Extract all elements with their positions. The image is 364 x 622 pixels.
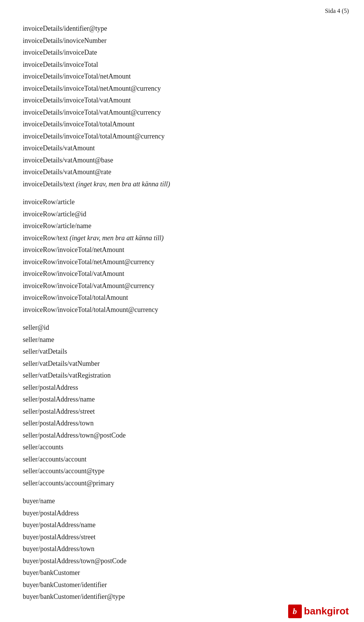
list-item: invoiceRow/invoiceTotal/vatAmount xyxy=(23,268,341,280)
list-item: invoiceRow/article/name xyxy=(23,220,341,232)
list-item: invoiceDetails/invoiceTotal/totalAmount xyxy=(23,118,341,131)
list-item: buyer/postalAddress/town xyxy=(23,543,341,555)
list-item: seller/postalAddress xyxy=(23,382,341,394)
page-number: Sida 4 (5) xyxy=(325,8,349,14)
list-item: seller/vatDetails xyxy=(23,346,341,358)
list-item: invoiceDetails/vatAmount@rate xyxy=(23,166,341,178)
list-item: buyer/postalAddress/town@postCode xyxy=(23,555,341,567)
list-item: seller/postalAddress/name xyxy=(23,394,341,406)
list-item: seller/vatDetails/vatNumber xyxy=(23,358,341,370)
list-item: seller/postalAddress/street xyxy=(23,406,341,418)
list-item: invoiceRow/invoiceTotal/totalAmount xyxy=(23,292,341,304)
list-item: seller/accounts/account@type xyxy=(23,465,341,477)
list-item: buyer/bankCustomer/identifier@type xyxy=(23,591,341,603)
logo-name: bankgirot xyxy=(304,605,349,617)
list-item: invoiceDetails/vatAmount xyxy=(23,142,341,154)
list-item: invoiceRow/article xyxy=(23,196,341,208)
list-item: seller/postalAddress/town xyxy=(23,417,341,430)
list-item: seller@id xyxy=(23,322,341,334)
list-item: seller/postalAddress/town@postCode xyxy=(23,430,341,442)
list-item: invoiceRow/text (inget krav, men bra att… xyxy=(23,232,341,244)
list-item: invoiceDetails/invoiceTotal/vatAmount@cu… xyxy=(23,107,341,119)
list-item: invoiceDetails/inoviceNumber xyxy=(23,35,341,47)
list-item: buyer/postalAddress/name xyxy=(23,519,341,531)
list-item: seller/accounts/account xyxy=(23,454,341,466)
list-item: invoiceRow/invoiceTotal/netAmount@curren… xyxy=(23,256,341,268)
list-item: buyer/postalAddress xyxy=(23,507,341,520)
list-item: buyer/bankCustomer/identifier xyxy=(23,579,341,591)
list-item: invoiceDetails/invoiceTotal xyxy=(23,59,341,71)
list-item: invoiceRow/invoiceTotal/vatAmount@curren… xyxy=(23,280,341,292)
list-item: invoiceDetails/invoiceTotal/netAmount xyxy=(23,71,341,83)
list-item: invoiceDetails/text (inget krav, men bra… xyxy=(23,178,341,191)
logo-letter: b xyxy=(293,606,297,616)
content-lines: invoiceDetails/identifier@typeinvoiceDet… xyxy=(23,23,341,603)
list-item: invoiceRow/invoiceTotal/totalAmount@curr… xyxy=(23,304,341,316)
logo-area: b bankgirot xyxy=(288,605,349,618)
list-item: invoiceDetails/identifier@type xyxy=(23,23,341,35)
list-item: seller/vatDetails/vatRegistration xyxy=(23,370,341,382)
list-item: invoiceRow/invoiceTotal/netAmount xyxy=(23,244,341,256)
list-item: invoiceDetails/invoiceTotal/netAmount@cu… xyxy=(23,83,341,95)
list-item: invoiceDetails/invoiceTotal/totalAmount@… xyxy=(23,131,341,143)
list-item: invoiceRow/article@id xyxy=(23,208,341,220)
list-item: invoiceDetails/invoiceTotal/vatAmount xyxy=(23,94,341,107)
list-item: buyer/postalAddress/street xyxy=(23,531,341,543)
logo-icon: b xyxy=(288,605,302,618)
list-item: buyer/bankCustomer xyxy=(23,567,341,579)
list-item: buyer/name xyxy=(23,495,341,507)
list-item: seller/accounts/account@primary xyxy=(23,477,341,490)
list-item: seller/accounts xyxy=(23,441,341,454)
list-item: invoiceDetails/vatAmount@base xyxy=(23,154,341,167)
list-item: seller/name xyxy=(23,334,341,346)
list-item: invoiceDetails/invoiceDate xyxy=(23,47,341,59)
